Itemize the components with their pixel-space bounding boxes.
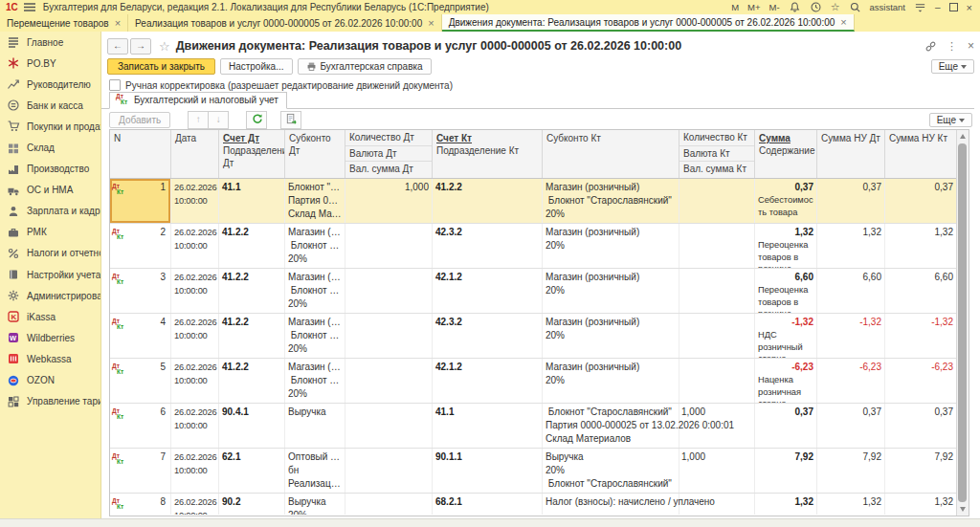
col-header-account-dt[interactable]: Счет ДтПодразделение Дт: [219, 130, 285, 178]
cell-sum-nu-kt[interactable]: 0,37: [885, 404, 956, 448]
cell-date[interactable]: 26.02.202610:00:00: [171, 224, 219, 268]
cell-sum[interactable]: 1,32Переоценка товаров в рознице: [755, 224, 817, 268]
tab-close-icon[interactable]: ×: [840, 17, 846, 27]
sidebar-item-zarplata-i-kadry[interactable]: Зарплата и кадры: [0, 201, 100, 222]
favorite-star-icon[interactable]: ☆: [159, 39, 170, 54]
cell-qty-dt[interactable]: 1,000: [345, 179, 433, 223]
cell-subconto-dt[interactable]: Магазин (розни... Блокнот "Стар...20%: [285, 269, 345, 313]
cell-subconto-kt[interactable]: Магазин (розничный) Блокнот "Старославян…: [543, 179, 679, 223]
cell-sum[interactable]: 0,37: [755, 404, 817, 448]
back-button[interactable]: ←: [107, 38, 128, 55]
col-header-qty-kt[interactable]: Количество КтВалюта КтВал. сумма Кт: [679, 130, 755, 178]
window-tab[interactable]: Перемещение товаров×: [0, 14, 128, 32]
cell-qty-dt[interactable]: [345, 359, 433, 403]
manual-adjust-checkbox[interactable]: [109, 79, 121, 91]
sidebar-item-sklad[interactable]: Склад: [0, 137, 100, 158]
sidebar-item-upravlenie-tarifom[interactable]: Управление тарифом: [0, 391, 100, 412]
cell-sum-nu-kt[interactable]: 7,92: [885, 449, 956, 493]
cell-n[interactable]: ДтКт3: [110, 269, 171, 313]
close-window-button[interactable]: ×: [967, 2, 972, 13]
sidebar-item-wildberries[interactable]: WWildberries: [0, 327, 100, 348]
cell-n[interactable]: ДтКт8: [110, 494, 171, 515]
table-row[interactable]: ДтКт526.02.202610:00:0041.2.2Магазин (ро…: [110, 359, 969, 404]
cell-subconto-dt[interactable]: Магазин (розни... Блокнот "Стар...20%: [285, 359, 345, 403]
cell-qty-dt[interactable]: [345, 404, 433, 448]
cell-qty-kt[interactable]: [679, 224, 755, 268]
cell-account-dt[interactable]: 41.2.2: [219, 269, 285, 313]
table-row[interactable]: ДтКт126.02.202610:00:0041.1Блокнот "Стар…: [110, 179, 969, 224]
refresh-icon[interactable]: [246, 111, 267, 129]
calc-m-plus-button[interactable]: M+: [747, 2, 760, 12]
cell-sum[interactable]: 7,92: [755, 449, 817, 493]
tab-close-icon[interactable]: ×: [428, 18, 434, 28]
cell-subconto-dt[interactable]: Блокнот "Стар...Партия 0000-00...Склад М…: [285, 179, 345, 223]
sidebar-item-glavnoe[interactable]: Главное: [0, 32, 100, 53]
sidebar-item-ozon[interactable]: OZON: [0, 370, 100, 391]
cell-account-kt[interactable]: 42.1.2: [433, 269, 543, 313]
sidebar-item-nastroyki-ucheta[interactable]: Настройки учета: [0, 264, 100, 285]
cell-sum-nu-kt[interactable]: -6,23: [885, 359, 956, 403]
cell-n[interactable]: ДтКт4: [110, 314, 171, 358]
cell-sum-nu-kt[interactable]: 1,32: [885, 494, 956, 515]
tab-accounting-tax[interactable]: ДтКт Бухгалтерский и налоговый учет: [109, 92, 287, 109]
cell-date[interactable]: 26.02.202610:00:00: [171, 314, 219, 358]
calc-m-button[interactable]: M: [731, 2, 739, 12]
scroll-up-icon[interactable]: [957, 130, 969, 143]
sidebar-item-rukovoditelyu[interactable]: Руководителю: [0, 74, 100, 95]
cell-sum[interactable]: 6,60Переоценка товаров в рознице: [755, 269, 817, 313]
tab-close-icon[interactable]: ×: [115, 18, 121, 28]
col-header-sum-nu-dt[interactable]: Сумма НУ Дт: [817, 130, 885, 178]
col-header-sum-nu-kt[interactable]: Сумма НУ Кт: [885, 130, 956, 178]
sidebar-item-rmk[interactable]: РМК: [0, 222, 100, 243]
cell-n[interactable]: ДтКт7: [110, 449, 171, 493]
more-menu-icon[interactable]: ⋮: [947, 40, 958, 53]
sidebar-item-ikassa[interactable]: KiKassa: [0, 306, 100, 327]
cell-account-kt[interactable]: 42.1.2: [433, 359, 543, 403]
cell-qty-dt[interactable]: [345, 224, 433, 268]
cell-subconto-kt[interactable]: Магазин (розничный)20%: [543, 224, 679, 268]
cell-subconto-kt[interactable]: Налог (взносы): начислено / уплачено: [543, 494, 679, 515]
cell-account-dt[interactable]: 41.2.2: [219, 224, 285, 268]
cell-qty-kt[interactable]: [679, 494, 755, 515]
cell-account-kt[interactable]: 42.3.2: [433, 314, 543, 358]
cell-subconto-kt[interactable]: Магазин (розничный)20%: [543, 314, 679, 358]
cell-qty-kt[interactable]: [679, 314, 755, 358]
sidebar-item-nalogi-i-otchetnost[interactable]: Налоги и отчетность: [0, 243, 100, 264]
current-user[interactable]: assistant: [870, 2, 906, 12]
cell-subconto-dt[interactable]: Выручка: [285, 404, 345, 448]
cell-account-kt[interactable]: 41.2.2: [433, 179, 543, 223]
cell-subconto-kt[interactable]: Блокнот "Старославянский"Партия 0000-000…: [543, 404, 679, 448]
cell-date[interactable]: 26.02.202610:00:00: [171, 404, 219, 448]
cell-date[interactable]: 26.02.202610:00:00: [171, 494, 219, 515]
cell-qty-kt[interactable]: [679, 269, 755, 313]
cell-sum-nu-kt[interactable]: 6,60: [885, 269, 956, 313]
cell-date[interactable]: 26.02.202610:00:00: [171, 179, 219, 223]
cell-sum-nu-dt[interactable]: -6,23: [817, 359, 885, 403]
cell-sum-nu-dt[interactable]: -1,32: [817, 314, 885, 358]
history-clock-icon[interactable]: [810, 1, 822, 13]
cell-account-kt[interactable]: 90.1.1: [433, 449, 543, 493]
cell-n[interactable]: ДтКт5: [110, 359, 171, 403]
notifications-bell-icon[interactable]: [789, 1, 801, 13]
cell-qty-kt[interactable]: [679, 179, 755, 223]
cell-subconto-kt[interactable]: Магазин (розничный)20%: [543, 359, 679, 403]
cell-n[interactable]: ДтКт1: [110, 179, 171, 223]
cell-sum-nu-kt[interactable]: 1,32: [885, 224, 956, 268]
cell-n[interactable]: ДтКт6: [110, 404, 171, 448]
favorites-star-icon[interactable]: ☆: [831, 1, 840, 13]
cell-account-dt[interactable]: 90.4.1: [219, 404, 285, 448]
table-row[interactable]: ДтКт626.02.202610:00:0090.4.1Выручка41.1…: [110, 404, 969, 449]
minimize-button[interactable]: –: [935, 2, 941, 12]
cell-sum-nu-dt[interactable]: 0,37: [817, 404, 885, 448]
cell-account-kt[interactable]: 68.2.1: [433, 494, 543, 515]
table-row[interactable]: ДтКт226.02.202610:00:0041.2.2Магазин (ро…: [110, 224, 969, 269]
cell-n[interactable]: ДтКт2: [110, 224, 171, 268]
cell-sum-nu-dt[interactable]: 0,37: [817, 179, 885, 223]
cell-sum[interactable]: 0,37Себестоимость товара: [755, 179, 817, 223]
restore-button[interactable]: [949, 3, 958, 11]
cell-subconto-dt[interactable]: Магазин (розни... Блокнот "Стар...20%: [285, 314, 345, 358]
scrollbar-thumb[interactable]: [958, 143, 967, 502]
col-header-n[interactable]: N: [110, 130, 171, 178]
window-tab[interactable]: Движения документа: Реализация товаров и…: [442, 14, 855, 32]
main-menu-icon[interactable]: [24, 3, 35, 11]
